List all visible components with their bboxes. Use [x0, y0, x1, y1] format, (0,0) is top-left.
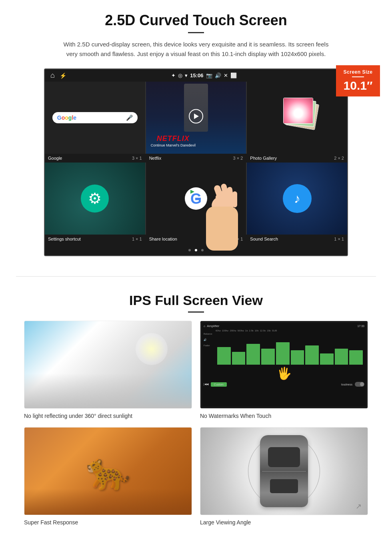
app-labels-row1: Google 3 × 1 Netflix 3 × 2 Photo Gallery… — [45, 154, 347, 163]
amp-bottom-bar: |◀◀ Custom loudness — [204, 382, 364, 387]
settings-app-size: 1 × 1 — [132, 237, 142, 241]
netflix-subtitle-text: Continue Marvel's Daredevil — [151, 143, 196, 147]
close-icon: ✕ — [224, 72, 228, 78]
badge-top-label: Screen Size — [342, 69, 374, 75]
section-curved-screen: 2.5D Curved Touch Screen With 2.5D curve… — [0, 0, 392, 264]
google-app-name: Google — [48, 156, 62, 161]
settings-app-cell[interactable]: ⚙ — [45, 163, 145, 235]
watermarks-label: No Watermarks When Touch — [200, 413, 368, 419]
status-time: 15:06 — [190, 72, 203, 78]
home-icon[interactable]: ⌂ — [50, 71, 55, 80]
share-app-name: Share location — [149, 237, 177, 241]
car-image: ↗ — [200, 427, 368, 515]
netflix-app-cell[interactable]: NETFLIX Continue Marvel's Daredevil — [146, 82, 246, 154]
sky-bottom — [24, 373, 192, 408]
photo-gallery-cell[interactable] — [247, 82, 347, 154]
section1-description: With 2.5D curved-display screen, this de… — [60, 40, 332, 59]
share-location-cell[interactable]: G — [146, 163, 246, 235]
amp-title: Amplifier — [207, 324, 219, 328]
feature-grid: No light reflecting under 360° direct su… — [24, 321, 368, 526]
camera-icon: 📷 — [206, 72, 212, 78]
amp-bar-10 — [349, 350, 363, 365]
car-top-view-body — [260, 435, 308, 507]
cheetah-image: 🐆 — [24, 427, 192, 515]
cheetah-ground — [24, 489, 192, 515]
netflix-person-silhouette — [184, 84, 208, 132]
sun-flare — [136, 333, 168, 365]
flower-img — [284, 98, 313, 123]
amp-bar-1 — [217, 347, 231, 365]
screen-size-badge: Screen Size 10.1″ — [336, 65, 380, 96]
settings-label: Settings shortcut 1 × 1 — [45, 235, 145, 243]
device-wrapper: Screen Size 10.1″ ⌂ ⚡ ✦ ◎ ▾ 15:06 📷 🔊 — [24, 68, 368, 256]
netflix-label: Netflix 3 × 2 — [146, 154, 246, 163]
car-door-line — [262, 471, 306, 472]
sound-search-cell[interactable]: ♪ — [247, 163, 347, 235]
amp-side-labels: Balance 🔊 Fader — [204, 333, 215, 365]
svg-rect-10 — [206, 207, 238, 251]
netflix-app-name: Netflix — [149, 156, 162, 161]
pointing-hand — [178, 163, 250, 251]
sound-app-name: Sound Search — [250, 237, 278, 241]
sky-background — [24, 321, 192, 408]
title-divider — [188, 32, 204, 33]
amp-topbar: ⌂ Amplifier 17:33 — [204, 324, 364, 328]
amp-bar-4 — [261, 349, 275, 365]
amp-bar-6 — [291, 350, 304, 365]
google-app-size: 3 × 1 — [132, 156, 142, 161]
device-screen: ⌂ ⚡ ✦ ◎ ▾ 15:06 📷 🔊 ✕ ⬜ — [44, 68, 348, 256]
feature-watermarks: ⌂ Amplifier 17:33 60hz100hz200hz500hz1k2… — [200, 321, 368, 419]
google-search-bar[interactable]: Google 🎤 — [52, 112, 138, 123]
location-icon: ◎ — [178, 72, 182, 78]
amp-home-icon: ⌂ — [204, 325, 205, 327]
section-ips: IPS Full Screen View No light reflecting… — [0, 289, 392, 538]
photo-app-size: 2 × 2 — [334, 156, 344, 161]
wifi-icon: ▾ — [185, 72, 188, 78]
feature-fast-response: 🐆 Super Fast Response — [24, 427, 192, 526]
settings-gear-icon: ⚙ — [81, 185, 109, 213]
settings-app-name: Settings shortcut — [48, 237, 81, 241]
amp-bar-5 — [276, 342, 290, 365]
app-grid-row2: ⚙ G — [45, 163, 347, 235]
section-divider — [16, 276, 376, 277]
amp-bar-9 — [335, 349, 348, 365]
amp-toggle[interactable] — [355, 382, 364, 387]
music-note-icon: ♪ — [283, 184, 312, 213]
google-label: Google 3 × 1 — [45, 154, 145, 163]
car-background: ↗ — [200, 428, 368, 515]
amp-bar-8 — [320, 353, 334, 365]
fast-response-label: Super Fast Response — [24, 519, 192, 526]
badge-size-value: 10.1″ — [342, 79, 374, 92]
volume-icon: 🔊 — [215, 72, 221, 78]
google-app-cell[interactable]: Google 🎤 — [45, 82, 145, 154]
section2-title: IPS Full Screen View — [24, 293, 368, 308]
amp-freq-labels: 60hz100hz200hz500hz1k2.5k10k12.5k15kSUB — [204, 329, 364, 332]
amp-loudness-label: loudness — [341, 383, 352, 386]
usb-icon: ⚡ — [60, 72, 66, 79]
sunlight-label: No light reflecting under 360° direct su… — [24, 413, 192, 419]
photo-label: Photo Gallery 2 × 2 — [247, 154, 347, 163]
photo-app-name: Photo Gallery — [250, 156, 277, 161]
netflix-app-size: 3 × 2 — [233, 156, 243, 161]
status-center: ✦ ◎ ▾ 15:06 📷 🔊 ✕ ⬜ — [171, 72, 236, 78]
bluetooth-icon: ✦ — [171, 72, 176, 78]
amp-toggle-knob — [360, 382, 364, 386]
sunlight-image — [24, 321, 192, 409]
section2-divider — [188, 311, 204, 313]
google-logo: Google — [57, 114, 76, 121]
amplifier-image: ⌂ Amplifier 17:33 60hz100hz200hz500hz1k2… — [200, 321, 368, 409]
cheetah-background: 🐆 — [24, 428, 192, 515]
feature-sunlight: No light reflecting under 360° direct su… — [24, 321, 192, 419]
netflix-play-button[interactable] — [189, 109, 203, 123]
amp-controls: Balance 🔊 Fader — [204, 333, 364, 365]
photo-card-1 — [283, 98, 313, 124]
window-icon: ⬜ — [230, 72, 237, 78]
mic-icon[interactable]: 🎤 — [126, 114, 133, 121]
status-left: ⌂ ⚡ — [50, 71, 66, 80]
amp-custom-btn[interactable]: Custom — [211, 382, 227, 387]
car-rear-window — [270, 479, 298, 493]
sound-app-size: 1 × 1 — [334, 237, 344, 241]
netflix-logo-text: NETFLIX — [151, 134, 196, 143]
amp-bar-2 — [232, 352, 246, 365]
amp-hand-touch: 🖐 — [204, 366, 364, 380]
